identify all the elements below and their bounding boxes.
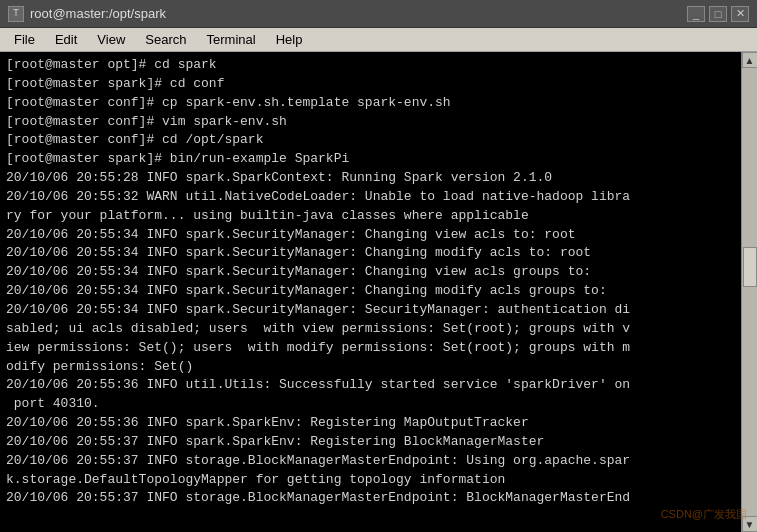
close-button[interactable]: ✕ [731, 6, 749, 22]
menu-search[interactable]: Search [135, 30, 196, 49]
terminal-line: [root@master opt]# cd spark [6, 56, 735, 75]
terminal-line: sabled; ui acls disabled; users with vie… [6, 320, 735, 339]
terminal-line: [root@master conf]# cp spark-env.sh.temp… [6, 94, 735, 113]
terminal-line: 20/10/06 20:55:37 INFO spark.SparkEnv: R… [6, 433, 735, 452]
terminal-line: 20/10/06 20:55:32 WARN util.NativeCodeLo… [6, 188, 735, 207]
terminal-line: iew permissions: Set(); users with modif… [6, 339, 735, 358]
terminal-icon: T [8, 6, 24, 22]
terminal-line: [root@master conf]# cd /opt/spark [6, 131, 735, 150]
terminal-line: 20/10/06 20:55:34 INFO spark.SecurityMan… [6, 263, 735, 282]
scrollbar[interactable]: ▲ ▼ [741, 52, 757, 532]
terminal-line: k.storage.DefaultTopologyMapper for gett… [6, 471, 735, 490]
terminal-line: 20/10/06 20:55:34 INFO spark.SecurityMan… [6, 282, 735, 301]
terminal-line: [root@master spark]# bin/run-example Spa… [6, 150, 735, 169]
terminal-line: [root@master conf]# vim spark-env.sh [6, 113, 735, 132]
terminal-line: 20/10/06 20:55:34 INFO spark.SecurityMan… [6, 226, 735, 245]
menu-terminal[interactable]: Terminal [197, 30, 266, 49]
window-title: root@master:/opt/spark [30, 6, 166, 21]
terminal-line: 20/10/06 20:55:28 INFO spark.SparkContex… [6, 169, 735, 188]
scroll-track[interactable] [742, 68, 758, 516]
minimize-button[interactable]: _ [687, 6, 705, 22]
terminal-line: port 40310. [6, 395, 735, 414]
terminal-line: 20/10/06 20:55:37 INFO storage.BlockMana… [6, 489, 735, 508]
menu-view[interactable]: View [87, 30, 135, 49]
terminal-content[interactable]: [root@master opt]# cd spark[root@master … [0, 52, 741, 532]
window-controls[interactable]: _ □ ✕ [687, 6, 749, 22]
scroll-down-button[interactable]: ▼ [742, 516, 758, 532]
terminal-line: odify permissions: Set() [6, 358, 735, 377]
title-bar-left: T root@master:/opt/spark [8, 6, 166, 22]
menu-help[interactable]: Help [266, 30, 313, 49]
menu-bar: File Edit View Search Terminal Help [0, 28, 757, 52]
terminal-line: 20/10/06 20:55:34 INFO spark.SecurityMan… [6, 301, 735, 320]
terminal-line: ry for your platform... using builtin-ja… [6, 207, 735, 226]
scroll-thumb[interactable] [743, 247, 757, 287]
terminal-line: 20/10/06 20:55:37 INFO storage.BlockMana… [6, 452, 735, 471]
menu-edit[interactable]: Edit [45, 30, 87, 49]
title-bar: T root@master:/opt/spark _ □ ✕ [0, 0, 757, 28]
terminal-line: 20/10/06 20:55:34 INFO spark.SecurityMan… [6, 244, 735, 263]
scroll-up-button[interactable]: ▲ [742, 52, 758, 68]
terminal-line: 20/10/06 20:55:36 INFO spark.SparkEnv: R… [6, 414, 735, 433]
terminal-line: 20/10/06 20:55:36 INFO util.Utils: Succe… [6, 376, 735, 395]
maximize-button[interactable]: □ [709, 6, 727, 22]
menu-file[interactable]: File [4, 30, 45, 49]
terminal-wrap: [root@master opt]# cd spark[root@master … [0, 52, 757, 532]
terminal-line: [root@master spark]# cd conf [6, 75, 735, 94]
